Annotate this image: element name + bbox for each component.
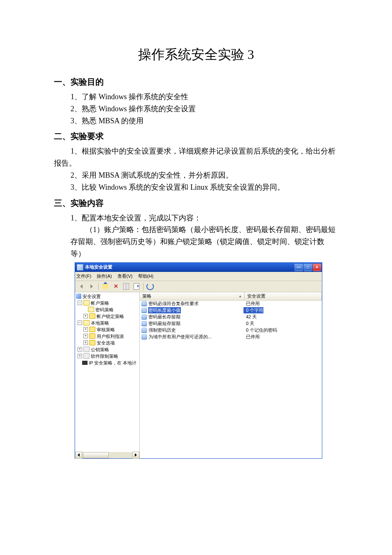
table-row[interactable]: 密码最长存留期 42 天 [140, 314, 322, 320]
policy-icon [141, 308, 147, 313]
settings-icon [76, 293, 81, 299]
expand-icon[interactable]: + [83, 314, 88, 318]
expand-icon[interactable]: + [83, 327, 88, 332]
tree-node-pubkey[interactable]: + 公钥策略 [76, 346, 139, 353]
tree-root[interactable]: 安全设置 [76, 293, 139, 300]
export-button[interactable] [132, 282, 141, 291]
policy-value: 0 天 [243, 320, 254, 327]
window-body: 安全设置 − 帐户策略 密码策略 [75, 292, 322, 458]
scroll-track[interactable] [82, 452, 132, 458]
req-para: 3、比较 Windows 系统的安全设置和 Linux 系统安全设置的异同。 [71, 181, 338, 193]
tree-node-account[interactable]: − 帐户策略 [76, 300, 139, 306]
expand-icon[interactable]: + [78, 347, 82, 352]
tree-node-software[interactable]: + 软件限制策略 [76, 353, 139, 359]
list-header: 策略▲ 安全设置 [140, 292, 322, 301]
folder-icon [89, 327, 95, 332]
table-row[interactable]: 强制密码历史 0 个记住的密码 [140, 327, 322, 334]
folder-icon [83, 353, 90, 359]
collapse-icon[interactable]: − [78, 301, 82, 305]
up-button[interactable] [101, 282, 110, 291]
section-heading-3: 三、实验内容 [54, 198, 338, 209]
minimize-button[interactable]: — [295, 264, 303, 271]
policy-value: 42 天 [243, 314, 257, 320]
tree-label: 用户权利指派 [97, 333, 124, 340]
folder-icon [89, 313, 95, 319]
toolbar-sep [98, 283, 99, 290]
table-row[interactable]: 密码必须符合复杂性要求 已停用 [140, 301, 322, 307]
tree-node-rights[interactable]: + 用户权利指派 [76, 333, 139, 340]
col-label: 策略 [142, 293, 151, 299]
ipsec-icon [82, 361, 88, 365]
chevron-left-icon [78, 453, 80, 457]
policy-name: 密码长度最小值 [148, 307, 181, 313]
scroll-left-button[interactable] [75, 452, 82, 459]
window-title: 本地安全设置 [85, 264, 294, 270]
tree-node-security-options[interactable]: + 安全选项 [76, 340, 139, 346]
menu-view[interactable]: 查看(V) [117, 274, 133, 279]
table-row-selected[interactable]: 密码长度最小值 0 个字符 [140, 307, 322, 314]
section-heading-2: 二、实验要求 [54, 131, 338, 142]
local-security-window: 本地安全设置 — □ × 文件(F) 操作(A) 查看(V) 帮助(H) ✕ [75, 262, 322, 459]
policy-name: 强制密码历史 [148, 327, 176, 333]
tree-label: IP 安全策略，在 本地计 [89, 359, 136, 366]
tree-node-lockout-policy[interactable]: + 帐户锁定策略 [76, 313, 139, 320]
policy-value: 0 个记住的密码 [243, 327, 277, 333]
menu-action[interactable]: 操作(A) [97, 274, 112, 279]
properties-button[interactable] [122, 282, 131, 291]
table-row[interactable]: 密码最短存留期 0 天 [140, 320, 322, 327]
tree-node-local-policy[interactable]: − 本地策略 [76, 320, 139, 326]
policy-name: 为域中所有用户使用可还原的... [148, 334, 212, 340]
folder-icon [83, 347, 90, 352]
folder-open-icon [88, 307, 94, 312]
up-icon [102, 284, 108, 289]
scroll-right-button[interactable] [132, 452, 139, 459]
menu-help[interactable]: 帮助(H) [138, 274, 153, 279]
maximize-button[interactable]: □ [304, 264, 312, 271]
toolbar: ✕ [75, 281, 322, 292]
menu-file[interactable]: 文件(F) [76, 274, 91, 279]
tree-label: 审核策略 [97, 326, 115, 333]
folder-icon [89, 340, 95, 345]
section-heading-1: 一、实验目的 [54, 76, 338, 88]
expand-icon[interactable]: + [78, 354, 82, 358]
back-button[interactable] [77, 282, 86, 291]
policy-icon [141, 301, 147, 306]
folder-icon [89, 333, 95, 339]
tree-label: 安全选项 [97, 340, 115, 346]
tree-label: 安全设置 [83, 293, 101, 300]
document-page: 操作系统安全实验 3 一、实验目的 1、了解 Windows 操作系统的安全性 … [0, 0, 392, 555]
req-para: 1、根据实验中的安全设置要求，详细观察并记录设置前后系统的变化，给出分析报告。 [54, 147, 336, 167]
properties-icon [123, 283, 129, 290]
refresh-button[interactable] [146, 282, 155, 291]
page-title: 操作系统安全实验 3 [54, 46, 338, 64]
tree-label: 帐户锁定策略 [97, 313, 124, 320]
table-row[interactable]: 为域中所有用户使用可还原的... 已停用 [140, 334, 322, 340]
content-subpara-text: （1）账户策略：包括密码策略（最小密码长度、密码最长存留期、密码最短存留期、强制… [71, 225, 336, 258]
policy-name: 密码最长存留期 [148, 314, 181, 320]
folder-open-icon [83, 300, 90, 306]
content-para: 1、配置本地安全设置，完成以下内容： [71, 212, 338, 224]
scroll-thumb[interactable] [83, 452, 109, 458]
delete-button[interactable]: ✕ [111, 282, 120, 291]
col-setting[interactable]: 安全设置 [245, 292, 322, 300]
forward-button[interactable] [87, 282, 96, 291]
tree: 安全设置 − 帐户策略 密码策略 [75, 292, 139, 452]
list-panel: 策略▲ 安全设置 密码必须符合复杂性要求 已停用 密码长度最小值 0 个字符 密… [140, 292, 322, 458]
expand-icon[interactable]: + [83, 340, 88, 345]
requirements-block: 1、根据实验中的安全设置要求，详细观察并记录设置前后系统的变化，给出分析报告。 … [54, 145, 338, 193]
delete-icon: ✕ [114, 284, 118, 289]
tree-h-scrollbar[interactable] [75, 452, 139, 458]
policy-name: 密码最短存留期 [148, 320, 181, 327]
list-item: 2、熟悉 Windows 操作系统的安全设置 [71, 103, 338, 115]
titlebar[interactable]: 本地安全设置 — □ × [75, 263, 322, 272]
policy-icon [141, 334, 147, 340]
tree-node-password-policy[interactable]: 密码策略 [76, 306, 139, 313]
close-button[interactable]: × [313, 264, 321, 271]
tree-label: 帐户策略 [91, 300, 109, 306]
tree-node-ipsec[interactable]: IP 安全策略，在 本地计 [76, 359, 139, 366]
list-item: 3、熟悉 MBSA 的使用 [71, 115, 338, 127]
col-policy[interactable]: 策略▲ [140, 292, 245, 300]
tree-node-audit[interactable]: + 审核策略 [76, 326, 139, 333]
expand-icon[interactable]: + [83, 334, 88, 338]
collapse-icon[interactable]: − [78, 320, 82, 325]
